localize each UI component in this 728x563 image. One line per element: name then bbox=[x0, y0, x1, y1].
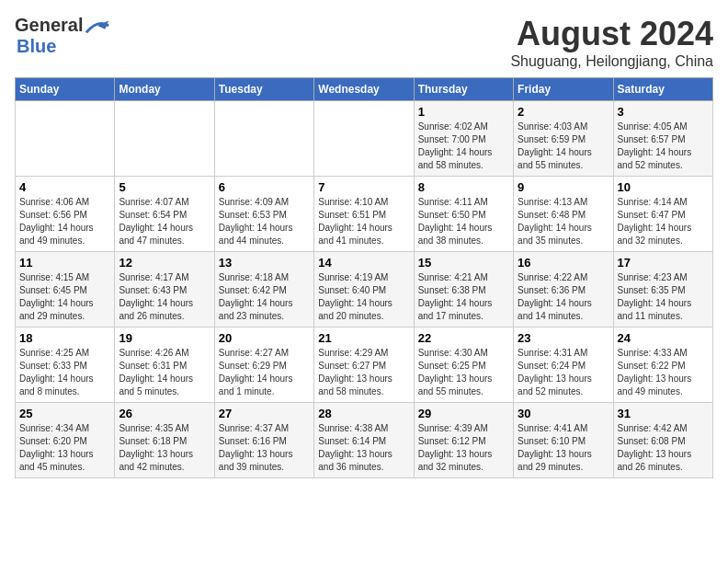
day-info: Sunrise: 4:13 AMSunset: 6:48 PMDaylight:… bbox=[518, 196, 609, 247]
day-info: Sunrise: 4:33 AMSunset: 6:22 PMDaylight:… bbox=[618, 347, 709, 398]
day-number: 19 bbox=[119, 331, 210, 345]
calendar-cell: 28Sunrise: 4:38 AMSunset: 6:14 PMDayligh… bbox=[314, 403, 414, 478]
day-number: 13 bbox=[219, 256, 310, 270]
day-number: 18 bbox=[19, 331, 110, 345]
day-info: Sunrise: 4:15 AMSunset: 6:45 PMDaylight:… bbox=[19, 271, 110, 323]
calendar-cell: 6Sunrise: 4:09 AMSunset: 6:53 PMDaylight… bbox=[214, 177, 313, 252]
logo-icon bbox=[85, 17, 110, 35]
calendar-cell: 2Sunrise: 4:03 AMSunset: 6:59 PMDaylight… bbox=[514, 101, 613, 177]
calendar-cell: 13Sunrise: 4:18 AMSunset: 6:42 PMDayligh… bbox=[214, 252, 313, 327]
day-number: 11 bbox=[19, 256, 110, 270]
day-info: Sunrise: 4:26 AMSunset: 6:31 PMDaylight:… bbox=[119, 347, 210, 398]
day-info: Sunrise: 4:07 AMSunset: 6:54 PMDaylight:… bbox=[119, 196, 210, 247]
calendar-week-row: 4Sunrise: 4:06 AMSunset: 6:56 PMDaylight… bbox=[16, 177, 713, 252]
calendar-cell: 24Sunrise: 4:33 AMSunset: 6:22 PMDayligh… bbox=[613, 327, 712, 403]
day-info: Sunrise: 4:09 AMSunset: 6:53 PMDaylight:… bbox=[219, 196, 310, 247]
day-number: 31 bbox=[618, 407, 709, 420]
calendar-cell: 20Sunrise: 4:27 AMSunset: 6:29 PMDayligh… bbox=[214, 327, 313, 403]
calendar-cell: 27Sunrise: 4:37 AMSunset: 6:16 PMDayligh… bbox=[214, 403, 313, 478]
day-number: 7 bbox=[318, 180, 409, 194]
day-number: 5 bbox=[119, 180, 210, 194]
page-header: General Blue August 2024 Shuguang, Heilo… bbox=[15, 15, 713, 70]
day-info: Sunrise: 4:29 AMSunset: 6:27 PMDaylight:… bbox=[318, 347, 409, 398]
day-info: Sunrise: 4:27 AMSunset: 6:29 PMDaylight:… bbox=[219, 347, 310, 398]
day-info: Sunrise: 4:30 AMSunset: 6:25 PMDaylight:… bbox=[418, 347, 509, 398]
day-number: 15 bbox=[418, 256, 509, 270]
day-info: Sunrise: 4:10 AMSunset: 6:51 PMDaylight:… bbox=[318, 196, 409, 247]
logo-general: General bbox=[15, 15, 83, 36]
day-number: 12 bbox=[119, 256, 210, 270]
calendar-table: SundayMondayTuesdayWednesdayThursdayFrid… bbox=[15, 77, 713, 478]
day-info: Sunrise: 4:25 AMSunset: 6:33 PMDaylight:… bbox=[19, 347, 110, 398]
day-info: Sunrise: 4:21 AMSunset: 6:38 PMDaylight:… bbox=[418, 271, 509, 323]
col-header-friday: Friday bbox=[514, 78, 613, 101]
day-number: 30 bbox=[518, 407, 609, 420]
day-number: 24 bbox=[618, 331, 709, 345]
day-number: 17 bbox=[618, 256, 709, 270]
day-number: 10 bbox=[618, 180, 709, 194]
calendar-cell: 5Sunrise: 4:07 AMSunset: 6:54 PMDaylight… bbox=[115, 177, 214, 252]
calendar-cell: 10Sunrise: 4:14 AMSunset: 6:47 PMDayligh… bbox=[613, 177, 712, 252]
calendar-cell bbox=[214, 101, 313, 177]
day-number: 29 bbox=[418, 407, 509, 420]
day-info: Sunrise: 4:22 AMSunset: 6:36 PMDaylight:… bbox=[518, 271, 609, 323]
day-info: Sunrise: 4:31 AMSunset: 6:24 PMDaylight:… bbox=[518, 347, 609, 398]
day-number: 1 bbox=[418, 105, 509, 119]
calendar-cell: 1Sunrise: 4:02 AMSunset: 7:00 PMDaylight… bbox=[414, 101, 513, 177]
calendar-cell: 25Sunrise: 4:34 AMSunset: 6:20 PMDayligh… bbox=[16, 403, 115, 478]
day-number: 28 bbox=[318, 407, 409, 420]
day-info: Sunrise: 4:14 AMSunset: 6:47 PMDaylight:… bbox=[618, 196, 709, 247]
calendar-cell: 14Sunrise: 4:19 AMSunset: 6:40 PMDayligh… bbox=[314, 252, 414, 327]
day-number: 22 bbox=[418, 331, 509, 345]
calendar-cell: 31Sunrise: 4:42 AMSunset: 6:08 PMDayligh… bbox=[613, 403, 712, 478]
logo-blue-text: Blue bbox=[17, 36, 56, 57]
day-info: Sunrise: 4:11 AMSunset: 6:50 PMDaylight:… bbox=[418, 196, 509, 247]
calendar-cell: 26Sunrise: 4:35 AMSunset: 6:18 PMDayligh… bbox=[115, 403, 214, 478]
day-number: 26 bbox=[119, 407, 210, 420]
col-header-monday: Monday bbox=[115, 78, 214, 101]
calendar-week-row: 11Sunrise: 4:15 AMSunset: 6:45 PMDayligh… bbox=[16, 252, 713, 327]
day-number: 16 bbox=[518, 256, 609, 270]
calendar-cell: 15Sunrise: 4:21 AMSunset: 6:38 PMDayligh… bbox=[414, 252, 513, 327]
day-info: Sunrise: 4:02 AMSunset: 7:00 PMDaylight:… bbox=[418, 121, 509, 172]
calendar-week-row: 1Sunrise: 4:02 AMSunset: 7:00 PMDaylight… bbox=[16, 101, 713, 177]
col-header-saturday: Saturday bbox=[613, 78, 712, 101]
day-info: Sunrise: 4:18 AMSunset: 6:42 PMDaylight:… bbox=[219, 271, 310, 323]
day-info: Sunrise: 4:41 AMSunset: 6:10 PMDaylight:… bbox=[518, 422, 609, 474]
calendar-cell: 30Sunrise: 4:41 AMSunset: 6:10 PMDayligh… bbox=[514, 403, 613, 478]
day-number: 8 bbox=[418, 180, 509, 194]
day-number: 20 bbox=[219, 331, 310, 345]
calendar-cell: 8Sunrise: 4:11 AMSunset: 6:50 PMDaylight… bbox=[414, 177, 513, 252]
calendar-cell: 3Sunrise: 4:05 AMSunset: 6:57 PMDaylight… bbox=[613, 101, 712, 177]
day-info: Sunrise: 4:38 AMSunset: 6:14 PMDaylight:… bbox=[318, 422, 409, 474]
day-number: 6 bbox=[219, 180, 310, 194]
calendar-cell bbox=[115, 101, 214, 177]
day-number: 21 bbox=[318, 331, 409, 345]
day-info: Sunrise: 4:05 AMSunset: 6:57 PMDaylight:… bbox=[618, 121, 709, 172]
col-header-sunday: Sunday bbox=[16, 78, 115, 101]
day-number: 27 bbox=[219, 407, 310, 420]
calendar-header-row: SundayMondayTuesdayWednesdayThursdayFrid… bbox=[16, 78, 713, 101]
calendar-week-row: 18Sunrise: 4:25 AMSunset: 6:33 PMDayligh… bbox=[16, 327, 713, 403]
calendar-cell: 17Sunrise: 4:23 AMSunset: 6:35 PMDayligh… bbox=[613, 252, 712, 327]
col-header-tuesday: Tuesday bbox=[214, 78, 313, 101]
day-info: Sunrise: 4:35 AMSunset: 6:18 PMDaylight:… bbox=[119, 422, 210, 474]
calendar-week-row: 25Sunrise: 4:34 AMSunset: 6:20 PMDayligh… bbox=[16, 403, 713, 478]
calendar-cell: 16Sunrise: 4:22 AMSunset: 6:36 PMDayligh… bbox=[514, 252, 613, 327]
title-block: August 2024 Shuguang, Heilongjiang, Chin… bbox=[510, 15, 713, 70]
day-info: Sunrise: 4:19 AMSunset: 6:40 PMDaylight:… bbox=[318, 271, 409, 323]
calendar-cell: 23Sunrise: 4:31 AMSunset: 6:24 PMDayligh… bbox=[514, 327, 613, 403]
day-number: 25 bbox=[19, 407, 110, 420]
col-header-wednesday: Wednesday bbox=[314, 78, 414, 101]
day-number: 23 bbox=[518, 331, 609, 345]
calendar-cell: 9Sunrise: 4:13 AMSunset: 6:48 PMDaylight… bbox=[514, 177, 613, 252]
col-header-thursday: Thursday bbox=[414, 78, 513, 101]
day-number: 9 bbox=[518, 180, 609, 194]
day-number: 3 bbox=[618, 105, 709, 119]
calendar-cell: 18Sunrise: 4:25 AMSunset: 6:33 PMDayligh… bbox=[16, 327, 115, 403]
calendar-cell: 7Sunrise: 4:10 AMSunset: 6:51 PMDaylight… bbox=[314, 177, 414, 252]
calendar-cell: 4Sunrise: 4:06 AMSunset: 6:56 PMDaylight… bbox=[16, 177, 115, 252]
location-title: Shuguang, Heilongjiang, China bbox=[510, 53, 713, 70]
logo: General Blue bbox=[15, 15, 110, 57]
day-info: Sunrise: 4:23 AMSunset: 6:35 PMDaylight:… bbox=[618, 271, 709, 323]
